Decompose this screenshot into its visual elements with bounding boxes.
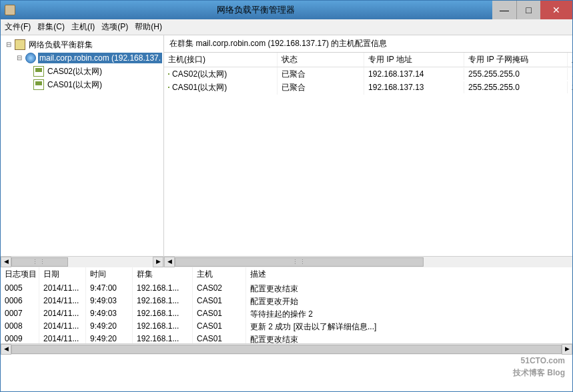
log-desc: 配置更改结束 xyxy=(246,282,572,295)
col-log-id[interactable]: 日志项目 xyxy=(1,267,39,282)
log-time: 9:49:20 xyxy=(86,333,133,343)
detail-pane: 在群集 mail.corp.robin.com (192.168.137.17)… xyxy=(164,35,573,267)
window-title: 网络负载平衡管理器 xyxy=(19,4,492,16)
log-row[interactable]: 0006 2014/11... 9:49:03 192.168.1... CAS… xyxy=(1,295,572,307)
host-row[interactable]: CAS02(以太网) 已聚合 192.168.137.14 255.255.25… xyxy=(164,67,573,81)
log-host: CAS02 xyxy=(193,282,246,295)
minimize-button[interactable]: — xyxy=(492,1,516,19)
log-cluster: 192.168.1... xyxy=(133,320,193,333)
log-cluster: 192.168.1... xyxy=(133,282,193,295)
log-date: 2014/11... xyxy=(39,333,86,343)
host-list[interactable]: 主机(接口) 状态 专用 IP 地址 专用 IP 子网掩码 主机优 CAS02(… xyxy=(164,53,573,256)
log-date: 2014/11... xyxy=(39,320,86,333)
col-log-desc[interactable]: 描述 xyxy=(246,267,572,282)
host-interface: CAS02(以太网) xyxy=(172,69,227,80)
detail-hscroll[interactable]: ◀ ⋮⋮ ▶ xyxy=(164,256,573,267)
scroll-right-icon[interactable]: ▶ xyxy=(153,257,163,267)
titlebar[interactable]: 网络负载平衡管理器 — □ ✕ xyxy=(1,1,572,19)
log-host: CAS01 xyxy=(193,333,246,343)
tree-host[interactable]: CAS02(以太网) xyxy=(2,65,162,78)
menu-help[interactable]: 帮助(H) xyxy=(135,21,162,33)
tree-root[interactable]: ⊟ 网络负载平衡群集 xyxy=(2,38,162,51)
col-log-cluster[interactable]: 群集 xyxy=(133,267,193,282)
app-icon xyxy=(5,5,15,15)
col-log-date[interactable]: 日期 xyxy=(39,267,86,282)
scroll-right-icon[interactable]: ▶ xyxy=(562,344,572,355)
log-id: 0008 xyxy=(1,320,39,333)
close-button[interactable]: ✕ xyxy=(540,1,572,19)
tree-host-label: CAS01(以太网) xyxy=(46,79,103,91)
scroll-thumb[interactable]: ⋮⋮ xyxy=(175,257,424,267)
host-ip: 192.168.137.14 xyxy=(364,68,464,80)
tree-host[interactable]: CAS01(以太网) xyxy=(2,78,162,91)
info-bar: 在群集 mail.corp.robin.com (192.168.137.17)… xyxy=(164,35,573,53)
col-interface[interactable]: 主机(接口) xyxy=(164,53,277,67)
log-desc: 更新 2 成功 [双击以了解详细信息...] xyxy=(246,320,572,333)
log-row[interactable]: 0008 2014/11... 9:49:20 192.168.1... CAS… xyxy=(1,320,572,333)
host-icon xyxy=(33,66,44,77)
col-mask[interactable]: 专用 IP 子网掩码 xyxy=(464,53,568,67)
clusters-icon xyxy=(15,39,25,50)
host-mask: 255.255.255.0 xyxy=(464,68,568,80)
maximize-button[interactable]: □ xyxy=(516,1,540,19)
log-hscroll[interactable]: ◀ ▶ xyxy=(1,343,572,354)
scroll-left-icon[interactable]: ◀ xyxy=(1,257,11,267)
collapse-icon[interactable]: ⊟ xyxy=(5,41,13,49)
col-log-host[interactable]: 主机 xyxy=(193,267,246,282)
globe-icon xyxy=(25,53,36,63)
log-row[interactable]: 0009 2014/11... 9:49:20 192.168.1... CAS… xyxy=(1,333,572,343)
log-cluster: 192.168.1... xyxy=(133,295,193,307)
tree-pane: ⊟ 网络负载平衡群集 ⊟ mail.corp.robin.com (192.16… xyxy=(1,35,164,267)
host-icon xyxy=(33,79,44,90)
log-time: 9:49:03 xyxy=(86,295,133,307)
log-row[interactable]: 0007 2014/11... 9:49:03 192.168.1... CAS… xyxy=(1,307,572,320)
log-id: 0007 xyxy=(1,307,39,320)
menu-host[interactable]: 主机(I) xyxy=(71,21,95,33)
log-cluster: 192.168.1... xyxy=(133,307,193,320)
tree-host-label: CAS02(以太网) xyxy=(46,65,103,78)
scroll-thumb[interactable]: ⋮⋮ xyxy=(11,257,68,267)
host-mask: 255.255.255.0 xyxy=(464,81,568,93)
tree-root-label: 网络负载平衡群集 xyxy=(27,39,94,51)
host-status: 已聚合 xyxy=(277,81,364,95)
log-id: 0005 xyxy=(1,282,39,295)
tree-cluster-label: mail.corp.robin.com (192.168.137. xyxy=(38,53,162,63)
menubar: 文件(F) 群集(C) 主机(I) 选项(P) 帮助(H) xyxy=(1,19,572,35)
host-ip: 192.168.137.13 xyxy=(364,81,464,93)
col-priority[interactable]: 主机优 xyxy=(568,53,573,67)
log-id: 0009 xyxy=(1,333,39,343)
menu-options[interactable]: 选项(P) xyxy=(101,21,128,33)
log-time: 9:49:03 xyxy=(86,307,133,320)
log-cluster: 192.168.1... xyxy=(133,333,193,343)
col-status[interactable]: 状态 xyxy=(277,53,364,67)
host-icon xyxy=(168,73,169,75)
log-pane: 日志项目 日期 时间 群集 主机 描述 0005 2014/11... 9:47… xyxy=(1,267,572,354)
menu-cluster[interactable]: 群集(C) xyxy=(37,21,65,33)
log-date: 2014/11... xyxy=(39,295,86,307)
host-status: 已聚合 xyxy=(277,67,364,81)
scroll-left-icon[interactable]: ◀ xyxy=(164,257,175,267)
log-date: 2014/11... xyxy=(39,282,86,295)
host-row[interactable]: CAS01(以太网) 已聚合 192.168.137.13 255.255.25… xyxy=(164,81,573,94)
col-log-time[interactable]: 时间 xyxy=(86,267,133,282)
host-interface: CAS01(以太网) xyxy=(172,82,227,93)
log-host: CAS01 xyxy=(193,295,246,307)
tree-cluster[interactable]: ⊟ mail.corp.robin.com (192.168.137. xyxy=(2,51,162,65)
col-ip[interactable]: 专用 IP 地址 xyxy=(364,53,464,67)
collapse-icon[interactable]: ⊟ xyxy=(15,54,23,62)
scroll-thumb[interactable] xyxy=(11,345,562,354)
log-time: 9:47:00 xyxy=(86,282,133,295)
host-priority: 1 xyxy=(568,68,573,80)
log-row[interactable]: 0005 2014/11... 9:47:00 192.168.1... CAS… xyxy=(1,282,572,295)
log-desc: 配置更改开始 xyxy=(246,295,572,307)
log-time: 9:49:20 xyxy=(86,320,133,333)
log-host: CAS01 xyxy=(193,307,246,320)
scroll-left-icon[interactable]: ◀ xyxy=(1,344,11,355)
tree-hscroll[interactable]: ◀ ⋮⋮ ▶ xyxy=(1,256,163,267)
menu-file[interactable]: 文件(F) xyxy=(5,21,31,33)
host-column-headers[interactable]: 主机(接口) 状态 专用 IP 地址 专用 IP 子网掩码 主机优 xyxy=(164,53,573,67)
cluster-tree[interactable]: ⊟ 网络负载平衡群集 ⊟ mail.corp.robin.com (192.16… xyxy=(1,35,163,256)
log-desc: 等待挂起的操作 2 xyxy=(246,307,572,320)
log-desc: 配置更改结束 xyxy=(246,333,572,343)
log-column-headers[interactable]: 日志项目 日期 时间 群集 主机 描述 xyxy=(1,267,572,282)
